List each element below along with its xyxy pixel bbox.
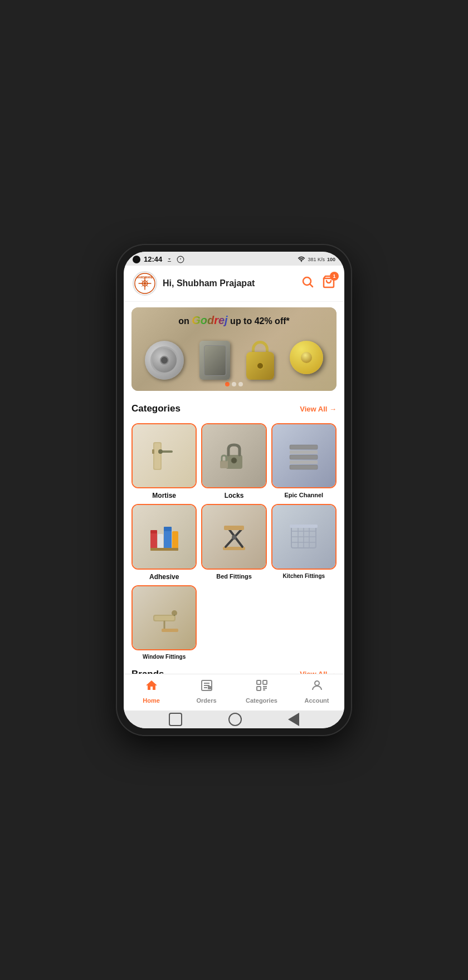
nav-home-label: Home bbox=[143, 697, 160, 704]
home-icon bbox=[145, 679, 158, 695]
cart-badge: 1 bbox=[330, 272, 339, 281]
svg-rect-52 bbox=[208, 686, 211, 689]
app-content: HARDWARE Hi, Shubham Prajapat bbox=[124, 266, 344, 674]
svg-rect-17 bbox=[290, 450, 318, 454]
brands-title: Brands bbox=[131, 669, 164, 674]
category-epic-channel[interactable]: Epic Channel bbox=[271, 423, 337, 499]
svg-point-12 bbox=[158, 449, 163, 454]
category-bedfittings-label: Bed Fittings bbox=[216, 573, 252, 580]
status-bar: 12:44 381 K/s 100 bbox=[124, 252, 344, 266]
categories-header: Categories View All → bbox=[131, 403, 337, 414]
svg-rect-40 bbox=[290, 525, 318, 528]
category-adhesive[interactable]: Adhesive bbox=[131, 504, 197, 580]
search-button[interactable] bbox=[301, 275, 314, 292]
nav-account-label: Account bbox=[305, 697, 329, 704]
category-adhesive-label: Adhesive bbox=[149, 573, 179, 581]
dot-1 bbox=[225, 382, 230, 386]
nav-orders[interactable]: Orders bbox=[179, 679, 234, 704]
brands-section: Brands View All → Godrej bbox=[124, 664, 344, 674]
nav-orders-label: Orders bbox=[196, 697, 216, 704]
svg-rect-15 bbox=[220, 460, 228, 468]
locks-img bbox=[217, 439, 251, 473]
svg-rect-20 bbox=[290, 465, 318, 469]
svg-rect-27 bbox=[150, 548, 178, 551]
nav-categories[interactable]: Categories bbox=[234, 679, 289, 704]
banner-dots bbox=[225, 382, 243, 386]
brand-logo: HARDWARE bbox=[133, 271, 157, 296]
svg-rect-42 bbox=[154, 616, 174, 620]
bedfittings-img bbox=[217, 520, 251, 553]
product-padlock bbox=[246, 341, 274, 380]
categories-icon bbox=[255, 679, 269, 695]
product-mortise bbox=[199, 341, 230, 380]
brands-header: Brands View All → bbox=[131, 669, 337, 674]
categories-title: Categories bbox=[131, 403, 181, 414]
nav-home[interactable]: Home bbox=[124, 679, 179, 704]
svg-rect-11 bbox=[162, 450, 173, 453]
battery-indicator: 100 bbox=[327, 257, 335, 262]
category-kitchen-fittings[interactable]: Kitchen Fittings bbox=[271, 504, 337, 580]
categories-section: Categories View All → bbox=[124, 396, 344, 423]
category-locks[interactable]: Locks bbox=[201, 423, 266, 499]
phone-screen: 12:44 381 K/s 100 bbox=[124, 252, 344, 728]
account-icon bbox=[310, 679, 324, 695]
category-kitchenfittings-label: Kitchen Fittings bbox=[283, 573, 325, 579]
banner-suffix: up to 42% off* bbox=[230, 316, 290, 326]
banner-text-row: on Godrej up to 42% off* bbox=[131, 314, 337, 327]
svg-rect-9 bbox=[154, 443, 160, 469]
phone-frame: 12:44 381 K/s 100 bbox=[117, 245, 351, 735]
svg-rect-32 bbox=[224, 526, 244, 530]
status-icons: 381 K/s 100 bbox=[298, 256, 335, 263]
categories-grid: Mortise bbox=[124, 423, 344, 664]
dot-2 bbox=[232, 382, 236, 386]
hardware-logo-svg: HARDWARE bbox=[134, 273, 155, 294]
category-window-fittings[interactable]: Window Fittings bbox=[131, 585, 197, 660]
product-round-lock bbox=[145, 341, 184, 380]
svg-rect-22 bbox=[150, 530, 157, 533]
cart-button[interactable]: 1 bbox=[322, 275, 335, 292]
usb-icon bbox=[165, 256, 173, 263]
kitchenfittings-img bbox=[287, 520, 320, 553]
svg-rect-18 bbox=[290, 455, 318, 459]
orders-icon bbox=[200, 679, 213, 695]
svg-rect-21 bbox=[150, 531, 157, 551]
svg-rect-25 bbox=[164, 527, 172, 531]
category-bed-fittings[interactable]: Bed Fittings bbox=[201, 504, 266, 580]
svg-rect-53 bbox=[257, 680, 261, 684]
greeting-text: Hi, Shubham Prajapat bbox=[163, 278, 255, 288]
banner-products bbox=[131, 341, 337, 380]
notification-icon bbox=[177, 256, 184, 263]
svg-point-59 bbox=[315, 681, 319, 685]
svg-rect-54 bbox=[263, 680, 267, 684]
promo-banner[interactable]: on Godrej up to 42% off* bbox=[131, 307, 337, 391]
mortise-img bbox=[148, 439, 181, 473]
camera-icon bbox=[133, 256, 140, 263]
svg-rect-10 bbox=[152, 449, 154, 454]
banner-content: on Godrej up to 42% off* bbox=[131, 307, 337, 391]
epicchannel-img bbox=[287, 439, 320, 473]
speed-indicator: 381 K/s bbox=[308, 257, 325, 262]
category-locks-label: Locks bbox=[225, 492, 244, 499]
svg-rect-19 bbox=[290, 460, 318, 464]
svg-rect-26 bbox=[172, 531, 178, 551]
svg-rect-24 bbox=[164, 528, 172, 551]
windowfittings-img bbox=[148, 601, 181, 634]
home-circle bbox=[228, 713, 242, 726]
wifi-icon bbox=[298, 256, 305, 263]
gesture-bar bbox=[124, 710, 344, 728]
dot-3 bbox=[238, 382, 243, 386]
svg-rect-16 bbox=[290, 445, 318, 449]
svg-rect-55 bbox=[257, 687, 261, 690]
svg-point-31 bbox=[232, 535, 236, 540]
banner-prefix: on bbox=[178, 316, 189, 326]
banner-brand: Godrej bbox=[192, 314, 227, 326]
categories-view-all[interactable]: View All → bbox=[300, 405, 337, 413]
header-icons: 1 bbox=[301, 275, 335, 292]
category-windowfittings-label: Window Fittings bbox=[143, 654, 186, 660]
category-mortise[interactable]: Mortise bbox=[131, 423, 197, 499]
back-square bbox=[169, 713, 182, 726]
nav-account[interactable]: Account bbox=[289, 679, 344, 704]
svg-point-14 bbox=[231, 458, 237, 463]
adhesive-img bbox=[148, 520, 181, 553]
product-doorknob bbox=[290, 341, 323, 374]
